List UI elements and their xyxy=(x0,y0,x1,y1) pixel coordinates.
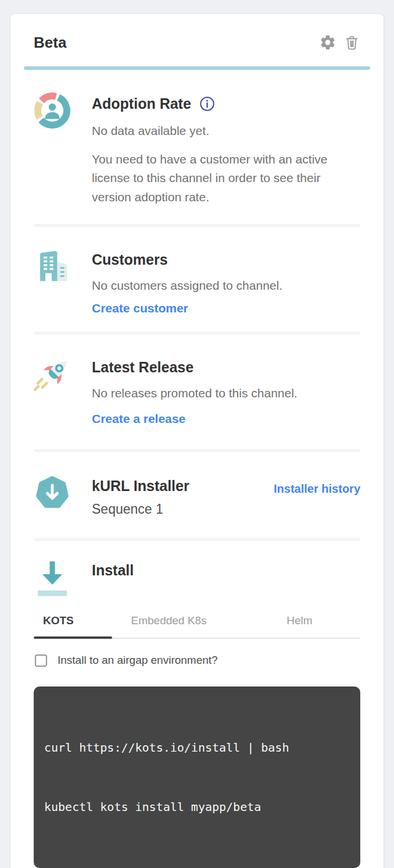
create-customer-link[interactable]: Create customer xyxy=(92,301,188,315)
adoption-empty-text: No data available yet. xyxy=(92,122,360,141)
install-title: Install xyxy=(92,561,360,579)
install-command-block: curl https://kots.io/install | bash kube… xyxy=(34,686,360,868)
rocket-icon xyxy=(31,355,68,396)
tab-helm[interactable]: Helm xyxy=(225,610,374,638)
release-empty-text: No releases promoted to this channel. xyxy=(92,384,360,403)
latest-release-title: Latest Release xyxy=(92,358,360,376)
buildings-icon xyxy=(34,248,71,285)
adoption-rate-title: Adoption Rate xyxy=(92,95,360,112)
section-adoption-rate: Adoption Rate No data available yet. You… xyxy=(34,70,360,224)
kurl-installer-title: kURL Installer xyxy=(92,477,274,495)
customers-title: Customers xyxy=(92,251,360,268)
channel-name: Beta xyxy=(34,34,66,52)
customers-empty-text: No customers assigned to channel. xyxy=(92,276,360,296)
tab-kots[interactable]: KOTS xyxy=(34,610,112,638)
channel-actions xyxy=(319,34,360,51)
section-install: Install xyxy=(34,541,360,599)
install-tabs: KOTS Embedded K8s Helm xyxy=(34,610,360,639)
trash-icon xyxy=(343,34,360,51)
installer-history-link[interactable]: Installer history xyxy=(274,482,360,496)
installer-sequence: Sequence 1 xyxy=(92,501,274,517)
airgap-checkbox[interactable] xyxy=(35,654,47,667)
section-kurl-installer: kURL Installer Sequence 1 Installer hist… xyxy=(34,452,360,538)
command-line-2: kubectl kots install myapp/beta xyxy=(44,797,350,817)
channel-settings-button[interactable] xyxy=(319,34,336,51)
command-line-1: curl https://kots.io/install | bash xyxy=(44,738,350,757)
section-customers: Customers No customers assigned to chann… xyxy=(34,227,360,332)
adoption-donut-icon xyxy=(34,92,71,129)
create-release-link[interactable]: Create a release xyxy=(92,412,185,426)
kurl-heptagon-icon xyxy=(34,474,71,511)
section-latest-release: Latest Release No releases promoted to t… xyxy=(34,335,360,450)
airgap-row: Install to an airgap environment? xyxy=(34,654,360,667)
info-icon[interactable] xyxy=(199,96,215,112)
channel-delete-button[interactable] xyxy=(343,34,360,51)
channel-card: Beta xyxy=(10,13,384,868)
gear-icon xyxy=(319,34,336,51)
adoption-description: You need to have a customer with an acti… xyxy=(92,150,342,207)
airgap-label: Install to an airgap environment? xyxy=(58,654,218,667)
channel-header: Beta xyxy=(34,31,360,54)
download-arrow-icon xyxy=(34,558,71,599)
tab-embedded-k8s[interactable]: Embedded K8s xyxy=(112,610,225,638)
